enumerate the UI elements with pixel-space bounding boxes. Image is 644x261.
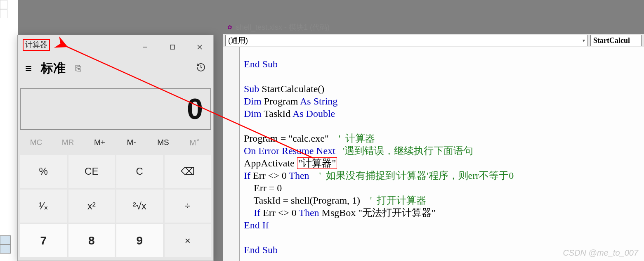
watermark: CSDN @me_to_007 <box>563 248 638 258</box>
spreadsheet-background <box>0 0 18 261</box>
memory-bar: MC MR M+ M- MS M˅ <box>18 130 213 153</box>
procedure-combo[interactable]: StartCalcul <box>590 35 642 46</box>
margin-indicator-bar <box>223 47 240 261</box>
mem-list: M˅ <box>179 135 211 150</box>
calculator-titlebar[interactable]: 计算器 <box>18 35 213 57</box>
clear-entry-button[interactable]: CE <box>68 155 115 188</box>
object-combo-value: (通用) <box>228 36 248 45</box>
sheet-cell[interactable] <box>0 9 7 18</box>
keep-on-top-icon[interactable]: ⎘ <box>75 63 81 74</box>
sheet-cell[interactable] <box>0 0 7 9</box>
calculator-window: 计算器 ≡ 标准 ⎘ 0 MC MR M+ M- MS M˅ % CE <box>17 35 214 261</box>
calculator-mode: 标准 <box>41 60 66 77</box>
mem-recall: MR <box>52 135 84 150</box>
code-pane[interactable]: End Sub Sub StartCalculate() Dim Program… <box>223 47 644 261</box>
svg-rect-1 <box>170 45 175 49</box>
sheet-row-header[interactable] <box>0 235 11 244</box>
object-combo[interactable]: (通用) ▾ <box>225 35 588 46</box>
digit-8-button[interactable]: 8 <box>68 224 115 257</box>
inverse-button[interactable]: ¹⁄ₓ <box>20 190 67 223</box>
maximize-button[interactable] <box>159 38 186 56</box>
sheet-row-header[interactable] <box>0 244 11 254</box>
vba-toolbar: (通用) ▾ StartCalcul <box>223 34 644 47</box>
minimize-button[interactable] <box>132 38 159 56</box>
calculator-title: 计算器 <box>23 39 50 51</box>
mem-store[interactable]: MS <box>147 135 179 150</box>
clear-button[interactable]: C <box>116 155 163 188</box>
digit-7-button[interactable]: 7 <box>20 224 67 257</box>
mem-clear: MC <box>20 135 52 150</box>
module-icon: ✿ <box>226 24 234 31</box>
digit-9-button[interactable]: 9 <box>116 224 163 257</box>
backspace-button[interactable]: ⌫ <box>165 155 211 188</box>
square-button[interactable]: x² <box>68 190 115 223</box>
close-button[interactable] <box>186 38 213 56</box>
code-text[interactable]: End Sub Sub StartCalculate() Dim Program… <box>244 58 514 256</box>
mem-add[interactable]: M+ <box>84 135 116 150</box>
divide-button[interactable]: ÷ <box>165 190 211 223</box>
chevron-down-icon: ▾ <box>583 38 585 43</box>
hamburger-icon[interactable]: ≡ <box>25 63 32 74</box>
procedure-combo-value: StartCalcul <box>593 36 630 45</box>
calculator-display: 0 <box>20 88 211 130</box>
percent-button[interactable]: % <box>20 155 67 188</box>
history-icon[interactable] <box>196 62 206 75</box>
vba-title-text: shell_test.xlsx - 模块1 (代码) <box>236 22 330 32</box>
sqrt-button[interactable]: ²√x <box>116 190 163 223</box>
mem-sub[interactable]: M- <box>116 135 147 150</box>
highlight-appactivate-arg: "计算器" <box>297 157 337 169</box>
vba-window-title[interactable]: ✿ shell_test.xlsx - 模块1 (代码) <box>222 21 330 34</box>
calculator-keypad: % CE C ⌫ ¹⁄ₓ x² ²√x ÷ 7 8 9 × <box>18 153 213 259</box>
multiply-button[interactable]: × <box>165 224 211 257</box>
